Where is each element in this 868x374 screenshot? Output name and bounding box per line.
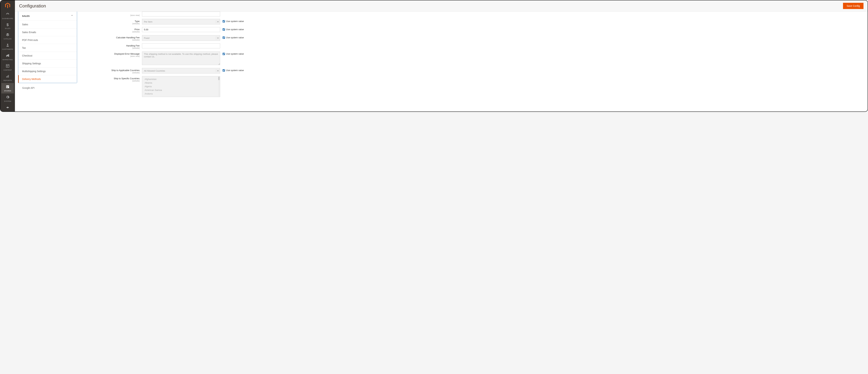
field-scope: [website] <box>81 31 140 33</box>
marketing-icon <box>2 54 13 58</box>
nav-label: REPORTS <box>2 79 13 81</box>
form-row-ship-to-applicable-countries: Ship to Applicable Countries[website]All… <box>81 68 865 74</box>
chevron-down-icon: ▼ <box>216 20 220 23</box>
select-value: Per Item <box>144 21 152 23</box>
field-label: Ship to Applicable Countries <box>111 69 140 72</box>
multiselect-option[interactable]: Albania <box>144 81 218 84</box>
select-value: Fixed <box>144 37 150 39</box>
nav-label: MARKETING <box>2 59 13 61</box>
chevron-down-icon: ▼ <box>216 69 220 72</box>
form-row-handling-fee: Handling Fee[website] <box>81 43 865 49</box>
nav-label: DASHBOARD <box>2 18 13 20</box>
dollar-icon: $ <box>2 23 13 27</box>
nav-item-sales[interactable]: $SALES <box>1 21 14 31</box>
config-group-header-sales[interactable]: SALES ⌃ <box>18 12 77 21</box>
textarea-displayed-error-message[interactable]: This shipping method is not available. T… <box>142 52 220 65</box>
scrollbar[interactable] <box>218 77 220 96</box>
nav-item-customers[interactable]: CUSTOMERS <box>1 41 14 52</box>
config-subitem-multishipping-settings[interactable]: Multishipping Settings <box>18 67 77 75</box>
stores-icon <box>2 85 13 89</box>
field-label: Type <box>135 20 140 23</box>
form-row-type: Type[website]Per Item▼Use system value <box>81 19 865 25</box>
magento-logo[interactable] <box>4 2 11 9</box>
nav-label: SYSTEM <box>2 100 13 102</box>
multiselect-option[interactable]: Andorra <box>144 92 218 96</box>
config-subitem-tax[interactable]: Tax <box>18 44 77 52</box>
nav-label: SALES <box>2 27 13 29</box>
partial-top-input[interactable] <box>142 12 220 16</box>
system-icon <box>2 95 13 100</box>
config-subitem-google-api[interactable]: Google API <box>18 84 77 92</box>
chevron-up-icon: ⌃ <box>71 14 73 18</box>
field-label: Displayed Error Message <box>114 53 140 55</box>
field-scope: [website] <box>81 39 140 41</box>
nav-item-dashboard[interactable]: DASHBOARD <box>1 11 14 21</box>
field-scope: [website] <box>81 80 140 82</box>
input-price[interactable] <box>142 27 220 32</box>
form-row-price: Price[website]Use system value <box>81 27 865 33</box>
use-system-checkbox[interactable] <box>222 36 225 39</box>
form-row-ship-to-specific-countries: Ship to Specific Countries[website]Afgha… <box>81 76 865 97</box>
config-subitem-delivery-methods[interactable]: Delivery Methods <box>18 75 77 83</box>
save-config-button[interactable]: Save Config <box>843 3 864 9</box>
use-system-label: Use system value <box>226 36 244 39</box>
config-group-title: SALES <box>22 15 30 18</box>
config-subitem-sales-emails[interactable]: Sales Emails <box>18 28 77 36</box>
select-type[interactable]: Per Item▼ <box>142 19 220 25</box>
use-system-label: Use system value <box>226 53 244 55</box>
use-system-checkbox[interactable] <box>222 53 225 55</box>
cube-icon <box>2 106 13 109</box>
svg-rect-5 <box>7 76 8 77</box>
input-handling-fee[interactable] <box>142 43 220 48</box>
field-label: Price <box>134 28 140 31</box>
multiselect-option[interactable]: Algeria <box>144 84 218 88</box>
chevron-down-icon: ▼ <box>216 36 220 39</box>
use-system-checkbox[interactable] <box>222 69 225 72</box>
field-scope: [website] <box>81 47 140 49</box>
config-subitem-pdf-print-outs[interactable]: PDF Print-outs <box>18 36 77 44</box>
use-system-label: Use system value <box>226 28 244 31</box>
svg-point-0 <box>7 44 8 45</box>
form-row-calculate-handling-fee: Calculate Handling Fee[website]Fixed▼Use… <box>81 35 865 41</box>
field-scope: [website] <box>81 23 140 25</box>
nav-label: CUSTOMERS <box>2 48 13 50</box>
config-sidebar: SALES ⌃ SalesSales EmailsPDF Print-outsT… <box>18 12 77 109</box>
nav-item-marketing[interactable]: MARKETING <box>1 52 14 62</box>
config-form: [store view] Type[website]Per Item▼Use s… <box>81 12 865 109</box>
nav-item-system[interactable]: SYSTEM <box>1 94 14 104</box>
config-subitem-sales[interactable]: Sales <box>18 21 77 28</box>
nav-item-content[interactable]: CONTENT <box>1 62 14 73</box>
use-system-label: Use system value <box>226 20 244 23</box>
multiselect-ship-to-specific-countries[interactable]: AfghanistanAlbaniaAlgeriaAmerican SamoaA… <box>142 76 220 97</box>
use-system-checkbox[interactable] <box>222 28 225 31</box>
form-row-displayed-error-message: Displayed Error Message[store view]This … <box>81 52 865 66</box>
nav-item-stores[interactable]: STORES <box>1 83 14 94</box>
use-system-checkbox[interactable] <box>222 20 225 23</box>
page-header: Configuration Save Config <box>15 0 868 12</box>
config-subitem-checkout[interactable]: Checkout <box>18 52 77 60</box>
field-scope: [store view] <box>81 55 140 57</box>
nav-label: CATALOG <box>2 38 13 40</box>
page-title: Configuration <box>19 3 46 9</box>
nav-item-reports[interactable]: REPORTS <box>1 73 14 83</box>
nav-label: STORES <box>2 90 13 92</box>
catalog-icon <box>2 33 13 37</box>
select-ship-to-applicable-countries[interactable]: All Allowed Countries▼ <box>142 68 220 73</box>
multiselect-option[interactable]: Afghanistan <box>144 77 218 81</box>
select-value: All Allowed Countries <box>144 70 165 72</box>
field-label: Calculate Handling Fee <box>116 36 140 39</box>
scrollbar-thumb[interactable] <box>218 77 220 80</box>
config-subitem-shipping-settings[interactable]: Shipping Settings <box>18 60 77 67</box>
admin-left-nav: DASHBOARD$SALESCATALOGCUSTOMERSMARKETING… <box>0 0 15 111</box>
select-calculate-handling-fee[interactable]: Fixed▼ <box>142 35 220 41</box>
nav-item-catalog[interactable]: CATALOG <box>1 31 14 41</box>
reports-icon <box>2 74 13 79</box>
svg-rect-4 <box>6 76 7 77</box>
field-scope: [store view] <box>130 14 140 16</box>
field-scope: [website] <box>81 72 140 74</box>
multiselect-option[interactable]: American Samoa <box>144 88 218 92</box>
field-label: Ship to Specific Countries <box>114 77 140 80</box>
field-label: Handling Fee <box>126 44 140 47</box>
content-icon <box>2 64 13 68</box>
nav-item-partial[interactable] <box>1 104 14 111</box>
